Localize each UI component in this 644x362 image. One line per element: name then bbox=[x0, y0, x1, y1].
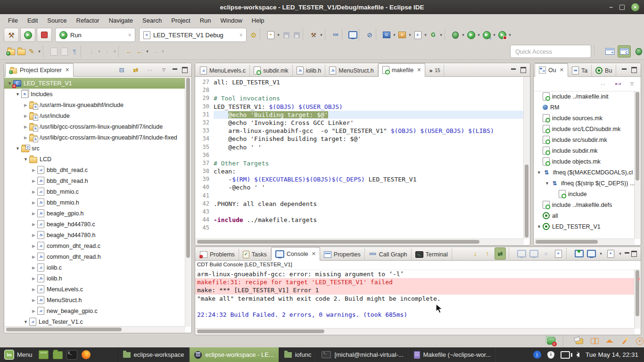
launch-config-combo[interactable]: c LED_TESTER_V1 Debug ˅ bbox=[139, 28, 247, 42]
outline-item[interactable]: RM bbox=[534, 102, 635, 113]
code-line[interactable]: 44-include ../makefile.targets bbox=[195, 216, 524, 224]
outline-item[interactable]: include src/LCD/subdir.mk bbox=[534, 123, 635, 134]
expander-collapsed-icon[interactable]: ▶ bbox=[30, 211, 37, 216]
menu-window[interactable]: Window bbox=[216, 16, 247, 25]
console-up-button[interactable]: ↑ bbox=[482, 248, 493, 259]
expander-collapsed-icon[interactable]: ▶ bbox=[30, 222, 37, 227]
maximize-view-icon[interactable] bbox=[631, 67, 637, 73]
learn-icon[interactable] bbox=[605, 337, 614, 346]
outline-item[interactable]: include ../makefile.defs bbox=[534, 199, 635, 210]
tree-item[interactable]: ▶.cbbb_mmio.c bbox=[4, 186, 185, 197]
code-line[interactable]: 41 bbox=[195, 192, 524, 200]
expander-collapsed-icon[interactable]: ▶ bbox=[30, 189, 37, 194]
view-tab-terminal[interactable]: >_Terminal bbox=[412, 248, 452, 260]
next-annotation-dropdown-icon[interactable]: ▾ bbox=[97, 49, 102, 54]
editor-vertical-scrollbar[interactable] bbox=[523, 77, 529, 239]
view-tab-console[interactable]: Console✕ bbox=[271, 247, 320, 261]
expander-collapsed-icon[interactable]: ▶ bbox=[30, 265, 37, 270]
prev-annotation-dropdown-icon[interactable]: ▾ bbox=[112, 49, 117, 54]
view-tab-problems[interactable]: Problems bbox=[196, 248, 239, 260]
minimize-window-icon[interactable]: – bbox=[609, 4, 613, 10]
code-line[interactable]: 32 @echo 'Invoking: Cross GCC Linker' bbox=[195, 119, 524, 127]
menu-help[interactable]: Help bbox=[248, 16, 269, 25]
build-all-button[interactable]: ⚒ bbox=[308, 29, 319, 41]
outline-item[interactable]: include src/subdir.mk bbox=[534, 134, 635, 145]
code-line[interactable]: 33 arm-linux-gnueabihf-gcc -o "LED_TESTE… bbox=[195, 127, 524, 135]
expander-collapsed-icon[interactable]: ▶ bbox=[30, 276, 37, 281]
tree-item[interactable]: ▶.hbbb_mmio.h bbox=[4, 197, 185, 208]
new-build-target-dropdown-icon[interactable]: ▾ bbox=[438, 33, 444, 37]
filters-button[interactable]: ●● bbox=[145, 64, 155, 75]
close-icon[interactable]: ✕ bbox=[417, 67, 421, 73]
show-stdout-button[interactable] bbox=[516, 248, 527, 259]
expander-expanded-icon[interactable]: ▼ bbox=[536, 170, 543, 175]
code-line[interactable]: 45 bbox=[195, 224, 524, 232]
editor-tab-menustruct-h[interactable]: .hMenuStruct.h bbox=[325, 65, 378, 76]
console-link-button[interactable]: ⇄ bbox=[495, 247, 506, 260]
tree-item[interactable]: ▶/usr/lib/gcc-cross/arm-linux-gnueabihf/… bbox=[4, 132, 185, 143]
build-hammer-button[interactable]: ⚒ bbox=[4, 28, 19, 42]
forward-dropdown-icon[interactable]: ▾ bbox=[160, 49, 165, 54]
clock[interactable]: Tue May 14, 22:31 bbox=[586, 351, 638, 358]
close-icon[interactable]: ✕ bbox=[65, 67, 69, 73]
binary-file-button[interactable]: 010 bbox=[330, 29, 341, 41]
tree-item[interactable]: ▶.hbbb_dht_read.h bbox=[4, 175, 185, 186]
maximize-view-icon[interactable] bbox=[182, 67, 188, 73]
clear-console-button[interactable]: × bbox=[553, 248, 563, 259]
achievements-icon[interactable]: ★ bbox=[636, 337, 644, 346]
tips-package-icon[interactable] bbox=[575, 337, 584, 346]
pin-console-button[interactable] bbox=[574, 248, 584, 259]
outline-item[interactable]: include subdir.mk bbox=[534, 145, 635, 156]
code-line[interactable]: 28 bbox=[195, 86, 524, 94]
expander-collapsed-icon[interactable]: ▶ bbox=[22, 124, 29, 129]
expander-collapsed-icon[interactable]: ▶ bbox=[22, 135, 29, 140]
tree-item[interactable]: ▶.cnew_beagle_gpio.c bbox=[4, 305, 185, 316]
show-whitespace-button[interactable]: ¶ bbox=[69, 46, 80, 57]
expander-collapsed-icon[interactable]: ▶ bbox=[30, 255, 37, 259]
editor-tab-menulevels-c[interactable]: .cMenuLevels.c bbox=[196, 65, 250, 76]
editor-tab-subdir-mk[interactable]: subdir.mk bbox=[250, 65, 293, 76]
view-tab-ta[interactable]: ≔Ta bbox=[568, 65, 592, 76]
outline-item[interactable]: ▼⇅ifneq ($(MAKECMDGOALS),cl ... bbox=[534, 167, 635, 178]
security-shield-tray-icon[interactable]: i bbox=[547, 351, 554, 359]
sort-button[interactable]: a↓z bbox=[613, 78, 623, 90]
coverage-button[interactable]: ▶ bbox=[497, 29, 507, 41]
expander-expanded-icon[interactable]: ▼ bbox=[544, 181, 551, 186]
skip-all-breakpoints-button[interactable]: ⊘ bbox=[364, 29, 375, 41]
minimize-view-icon[interactable] bbox=[622, 68, 627, 74]
new-source-file-button[interactable]: c bbox=[413, 29, 423, 41]
open-type-button[interactable] bbox=[6, 46, 16, 57]
expander-expanded-icon[interactable]: ▼ bbox=[536, 224, 543, 229]
run-dropdown-icon[interactable]: ▾ bbox=[476, 33, 481, 37]
menu-navigate[interactable]: Navigate bbox=[105, 16, 137, 25]
open-console-dropdown-icon[interactable]: ▾ bbox=[618, 251, 623, 256]
tree-item[interactable]: ▶.hiolib.h bbox=[4, 273, 185, 284]
code-line[interactable]: 31 @echo 'Building target: $@' bbox=[195, 111, 524, 119]
run-button[interactable]: ▶ bbox=[466, 29, 476, 41]
build-all-dropdown-icon[interactable]: ▾ bbox=[319, 33, 324, 37]
user-guide-icon[interactable] bbox=[590, 337, 599, 346]
display-console-button[interactable] bbox=[586, 248, 596, 259]
highlight-dropdown-icon[interactable]: ▾ bbox=[37, 49, 42, 54]
view-menu-icon[interactable]: ▽ bbox=[160, 66, 168, 74]
new-c-project-dropdown-icon[interactable]: ▾ bbox=[392, 33, 397, 37]
wizard-icon[interactable] bbox=[620, 337, 629, 346]
back-dropdown-icon[interactable]: ▾ bbox=[145, 49, 150, 54]
pe-vertical-scrollbar[interactable] bbox=[185, 77, 191, 327]
launch-config-gear-button[interactable]: ⚙ bbox=[248, 29, 259, 41]
open-console-button[interactable]: + bbox=[605, 248, 616, 259]
editor-content[interactable]: 27all: LED_TESTER_V12829# Tool invocatio… bbox=[195, 76, 524, 239]
view-tab-bu[interactable]: Bu bbox=[592, 65, 616, 76]
tree-item[interactable]: ▶.cMenuLevels.c bbox=[4, 284, 185, 295]
prev-annotation-button[interactable]: ↑ bbox=[102, 46, 112, 57]
debug-button[interactable] bbox=[450, 29, 461, 41]
expander-expanded-icon[interactable]: ▼ bbox=[22, 320, 29, 324]
next-annotation-button[interactable]: ↓ bbox=[86, 46, 97, 57]
tree-item[interactable]: ▼hIncludes bbox=[4, 89, 185, 99]
taskbar-window-button[interactable]: eclipse-workspace bbox=[118, 347, 190, 362]
expander-collapsed-icon[interactable]: ▶ bbox=[30, 309, 37, 313]
code-line[interactable]: 39 -$(RM) $(EXECUTABLES)$(OBJS)$(C_DEPS)… bbox=[195, 175, 524, 183]
outline-item[interactable]: include objects.mk bbox=[534, 156, 635, 167]
code-line[interactable]: 38clean: bbox=[195, 167, 524, 175]
tree-item[interactable]: ▶/usr/lib/gcc-cross/arm-linux-gnueabihf/… bbox=[4, 121, 185, 132]
